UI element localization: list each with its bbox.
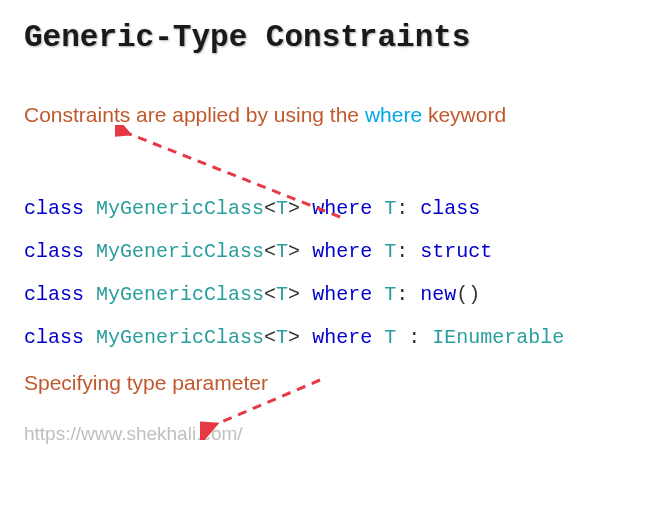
type-param: T	[276, 240, 288, 263]
class-name: MyGenericClass	[96, 197, 264, 220]
angle-open: <	[264, 326, 276, 349]
type-parameter-label: Specifying type parameter	[24, 371, 635, 395]
footer-url: https://www.shekhali.com/	[24, 423, 635, 445]
type-param: T	[276, 283, 288, 306]
type-var: T	[384, 283, 396, 306]
angle-close: >	[288, 240, 300, 263]
code-block: class MyGenericClass<T> where T: class c…	[24, 187, 635, 359]
constraints-description: Constraints are applied by using the whe…	[24, 103, 635, 127]
page-title: Generic-Type Constraints	[24, 20, 635, 55]
code-line-2: class MyGenericClass<T> where T: struct	[24, 230, 635, 273]
keyword-class: class	[24, 197, 84, 220]
type-var: T	[384, 326, 396, 349]
type-param: T	[276, 197, 288, 220]
keyword-class: class	[24, 240, 84, 263]
keyword-class: class	[24, 326, 84, 349]
code-line-3: class MyGenericClass<T> where T: new()	[24, 273, 635, 316]
angle-close: >	[288, 326, 300, 349]
constraint-class: class	[420, 197, 480, 220]
parentheses: ()	[456, 283, 480, 306]
type-var: T	[384, 197, 396, 220]
subtitle1-prefix: Constraints are applied by using the	[24, 103, 365, 126]
colon: :	[408, 326, 420, 349]
code-line-1: class MyGenericClass<T> where T: class	[24, 187, 635, 230]
colon: :	[396, 197, 408, 220]
where-keyword-highlight: where	[365, 103, 422, 126]
keyword-class: class	[24, 283, 84, 306]
constraint-new: new	[420, 283, 456, 306]
constraint-struct: struct	[420, 240, 492, 263]
colon: :	[396, 240, 408, 263]
class-name: MyGenericClass	[96, 283, 264, 306]
keyword-where: where	[312, 197, 372, 220]
class-name: MyGenericClass	[96, 326, 264, 349]
colon: :	[396, 283, 408, 306]
angle-close: >	[288, 283, 300, 306]
code-line-4: class MyGenericClass<T> where T : IEnume…	[24, 316, 635, 359]
subtitle1-suffix: keyword	[422, 103, 506, 126]
angle-open: <	[264, 197, 276, 220]
keyword-where: where	[312, 326, 372, 349]
type-param: T	[276, 326, 288, 349]
keyword-where: where	[312, 283, 372, 306]
keyword-where: where	[312, 240, 372, 263]
angle-open: <	[264, 240, 276, 263]
angle-open: <	[264, 283, 276, 306]
constraint-ienumerable: IEnumerable	[432, 326, 564, 349]
type-var: T	[384, 240, 396, 263]
angle-close: >	[288, 197, 300, 220]
class-name: MyGenericClass	[96, 240, 264, 263]
